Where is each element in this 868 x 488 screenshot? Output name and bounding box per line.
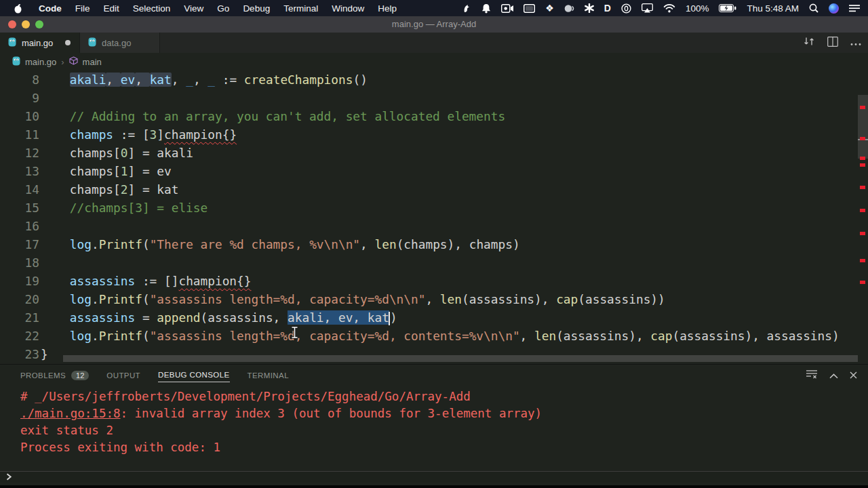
open-changes-icon[interactable] [803, 36, 815, 49]
code-text: champs := [3]champion{} [41, 125, 237, 144]
siri-icon[interactable] [829, 3, 839, 14]
line-number: 18 [0, 253, 39, 272]
line-number: 20 [0, 290, 39, 308]
line-number: 16 [0, 217, 39, 235]
console-text: exit status 2 [20, 424, 113, 437]
console-text: Process exiting with code: 1 [20, 441, 220, 454]
airplay-icon[interactable] [642, 3, 653, 13]
line-number: 22 [0, 327, 39, 345]
debug-console-input[interactable] [0, 471, 868, 483]
error-file-link[interactable]: ./main.go:15:8 [20, 407, 121, 420]
error-mark [860, 157, 865, 160]
close-panel-icon[interactable] [850, 369, 857, 382]
code-line-20: 20 log.Printf("assassins length=%d, capa… [0, 290, 868, 308]
modified-dot[interactable] [65, 40, 71, 45]
vertical-scrollbar[interactable] [858, 95, 868, 159]
wifi-icon[interactable] [663, 4, 675, 13]
panel-tab-label: OUTPUT [106, 371, 140, 380]
line-number: 13 [0, 162, 39, 180]
go-file-icon [88, 37, 96, 49]
line-number: 21 [0, 308, 39, 327]
error-mark [860, 163, 865, 167]
menu-clock[interactable]: Thu 5:48 AM [747, 3, 799, 14]
panel-tab-label: DEBUG CONSOLE [158, 371, 230, 379]
code-text: log.Printf("There are %d champs, %v\n\n"… [41, 235, 520, 253]
battery-percent: 100% [686, 3, 709, 14]
code-text: champs[2] = kat [41, 180, 178, 199]
tab-label: main.go [22, 38, 53, 48]
window-title: main.go — Array-Add [0, 16, 868, 33]
code-editor[interactable]: 8 akali, ev, kat, _, _ := createChampion… [0, 70, 868, 364]
coffee-cup-icon[interactable] [564, 4, 574, 13]
horizontal-scrollbar[interactable] [63, 355, 858, 362]
code-line-19: 19 assassins := []champion{} [0, 272, 868, 290]
breadcrumb-separator: › [61, 57, 64, 67]
panel-tabs: PROBLEMS12OUTPUTDEBUG CONSOLETERMINAL [0, 365, 289, 386]
line-number: 14 [0, 180, 39, 199]
menu-view[interactable]: View [177, 3, 210, 14]
apple-menu-icon[interactable] [14, 3, 22, 14]
code-line-21: 21 assassins = append(assassins, akali, … [0, 308, 868, 327]
code-line-8: 8 akali, ev, kat, _, _ := createChampion… [0, 70, 868, 89]
maximize-panel-icon[interactable] [829, 369, 838, 382]
console-text: : invalid array index 3 (out of bounds f… [121, 407, 542, 420]
menu-help[interactable]: Help [371, 3, 403, 14]
console-line: Process exiting with code: 1 [20, 439, 868, 456]
circle-zero-icon[interactable] [621, 3, 631, 14]
dropbox-icon[interactable]: ❖ [545, 3, 554, 14]
symbol-cube-icon [69, 56, 78, 67]
console-text: # _/Users/jeffroberts/Development/Projec… [20, 390, 471, 403]
menu-edit[interactable]: Edit [97, 3, 126, 14]
menu-debug[interactable]: Debug [236, 3, 277, 14]
menu-terminal[interactable]: Terminal [277, 3, 325, 14]
error-mark [860, 281, 865, 284]
panel-actions [806, 369, 857, 382]
asterisk-icon[interactable] [585, 3, 594, 13]
screen-record-icon[interactable] [501, 4, 513, 13]
code-line-14: 14 champs[2] = kat [0, 180, 868, 199]
code-text: // Adding to an array, you can't add, se… [41, 107, 505, 125]
code-line-10: 10 // Adding to an array, you can't add,… [0, 107, 868, 125]
notification-center-icon[interactable] [849, 4, 860, 12]
console-line: # _/Users/jeffroberts/Development/Projec… [20, 388, 868, 405]
code-line-18: 18 [0, 253, 868, 272]
console-line: ./main.go:15:8: invalid array index 3 (o… [20, 405, 868, 422]
error-mark [860, 137, 865, 140]
split-editor-icon[interactable] [827, 37, 838, 49]
tab-label: data.go [102, 38, 131, 48]
code-line-13: 13 champs[1] = ev [0, 162, 868, 180]
letter-d-icon[interactable]: D [604, 3, 611, 14]
error-mark [860, 209, 865, 212]
panel-tab-label: TERMINAL [248, 371, 289, 380]
bell-icon[interactable] [481, 3, 491, 14]
prompt-chevron-icon [6, 471, 12, 483]
breadcrumb-file[interactable]: main.go [25, 57, 56, 67]
code-text: //champs[3] = elise [41, 199, 208, 217]
panel-tab-problems[interactable]: PROBLEMS12 [20, 368, 89, 383]
editor-tab-bar: main.godata.go [0, 33, 868, 53]
spotlight-search-icon[interactable] [809, 3, 818, 13]
error-mark [860, 106, 865, 109]
panel-tab-debug-console[interactable]: DEBUG CONSOLE [158, 368, 230, 382]
tab-main.go[interactable]: main.go [0, 33, 80, 53]
bottom-panel: PROBLEMS12OUTPUTDEBUG CONSOLETERMINAL # … [0, 364, 868, 485]
clear-console-icon[interactable] [806, 369, 818, 382]
code-text: log.Printf("assassins length=%d, capacit… [41, 327, 840, 345]
breadcrumb-symbol[interactable]: main [83, 57, 102, 67]
tab-data.go[interactable]: data.go [80, 33, 160, 53]
menu-window[interactable]: Window [325, 3, 371, 14]
menu-file[interactable]: File [68, 3, 97, 14]
menu-go[interactable]: Go [210, 3, 236, 14]
macos-menu-bar: CodeFileEditSelectionViewGoDebugTerminal… [0, 0, 868, 16]
line-number: 23 [0, 345, 39, 363]
code-line-22: 22 log.Printf("assassins length=%d, capa… [0, 327, 868, 345]
bird-app-icon[interactable] [462, 3, 471, 13]
panel-tab-terminal[interactable]: TERMINAL [248, 369, 289, 382]
more-actions-icon[interactable] [850, 37, 861, 49]
panel-tab-output[interactable]: OUTPUT [106, 369, 140, 382]
window-titlebar: main.go — Array-Add [0, 16, 868, 33]
display-icon[interactable] [524, 4, 535, 13]
menu-selection[interactable]: Selection [126, 3, 178, 14]
line-number: 19 [0, 272, 39, 290]
menu-code[interactable]: Code [32, 3, 68, 14]
